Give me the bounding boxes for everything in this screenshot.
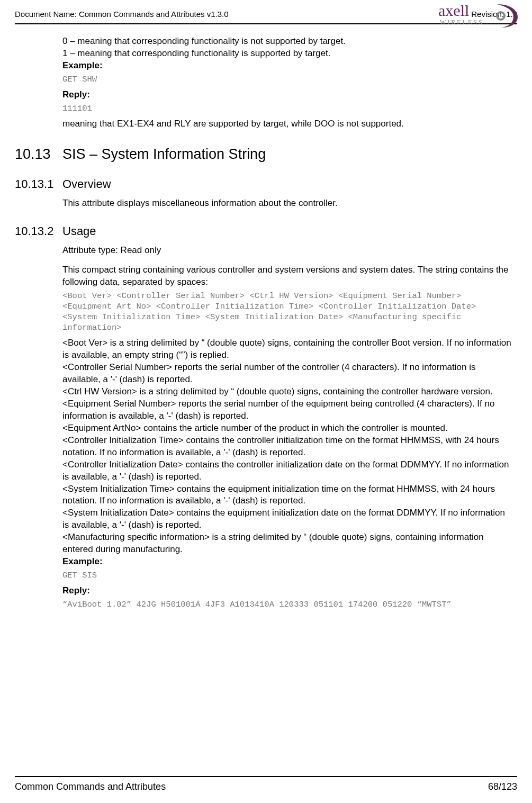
text-line: 0 – meaning that corresponding functiona… bbox=[62, 35, 512, 48]
subsection-heading: 10.13.1 Overview bbox=[15, 177, 512, 191]
page-number: 68/123 bbox=[488, 781, 517, 792]
text-line: <Manufacturing specific information> is … bbox=[62, 531, 512, 556]
text-line: <System Initialization Date> contains th… bbox=[62, 507, 512, 531]
logo-text-sub: WIRELESS bbox=[440, 19, 484, 26]
subsection-title: Usage bbox=[62, 224, 96, 238]
example-heading: Example: bbox=[62, 60, 512, 72]
reply-heading: Reply: bbox=[62, 89, 512, 101]
footer-divider bbox=[15, 776, 517, 777]
section-heading: 10.13 SIS – System Information String bbox=[15, 146, 512, 163]
subsection-number: 10.13.2 bbox=[15, 224, 62, 238]
text-line: <Boot Ver> is a string delimited by “ (d… bbox=[62, 337, 512, 362]
text-line: <Equipment Serial Number> reports the se… bbox=[62, 398, 512, 422]
text-line: <Controller Serial Number> reports the s… bbox=[62, 362, 512, 386]
doc-name: Document Name: Common Commands and Attri… bbox=[15, 10, 229, 19]
code-block: “AviBoot 1.02” 42JG H501001A 4JF3 A10134… bbox=[62, 599, 512, 610]
svg-point-0 bbox=[497, 12, 504, 20]
subsection-heading: 10.13.2 Usage bbox=[15, 224, 512, 238]
text-line: <Controller Initialization Time> contain… bbox=[62, 435, 512, 459]
brand-logo: axell WIRELESS bbox=[438, 1, 520, 30]
reply-heading: Reply: bbox=[62, 585, 512, 597]
code-block: <Boot Ver> <Controller Serial Number> <C… bbox=[62, 291, 512, 333]
logo-text-main: axell bbox=[438, 2, 469, 19]
text-line: <System Initialization Time> contains th… bbox=[62, 483, 512, 508]
text-line: This compact string containing various c… bbox=[62, 264, 512, 288]
text-line: This attribute displays miscellaneous in… bbox=[62, 197, 512, 210]
code-block: GET SHW bbox=[62, 74, 512, 85]
example-heading: Example: bbox=[62, 556, 512, 568]
subsection-number: 10.13.1 bbox=[15, 177, 62, 191]
text-line: <Equipment ArtNo> contains the article n… bbox=[62, 422, 512, 435]
footer-title: Common Commands and Attributes bbox=[15, 781, 166, 792]
text-line: <Ctrl HW Version> is a string delimited … bbox=[62, 386, 512, 398]
subsection-title: Overview bbox=[62, 177, 111, 191]
code-block: 111101 bbox=[62, 103, 512, 114]
text-line: <Controller Initialization Date> contain… bbox=[62, 459, 512, 483]
text-line: Attribute type: Read only bbox=[62, 245, 512, 257]
section-title: SIS – System Information String bbox=[62, 146, 266, 163]
text-line: meaning that EX1-EX4 and RLY are support… bbox=[62, 118, 512, 130]
code-block: GET SIS bbox=[62, 570, 512, 581]
text-line: 1 – meaning that corresponding functiona… bbox=[62, 48, 512, 60]
section-number: 10.13 bbox=[15, 146, 62, 163]
page-footer: Common Commands and Attributes 68/123 bbox=[15, 776, 517, 792]
